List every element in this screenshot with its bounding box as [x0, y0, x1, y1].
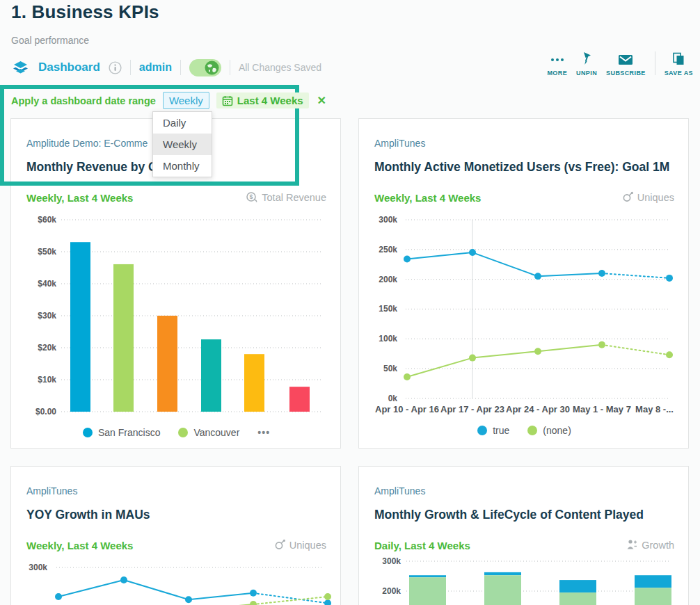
chart-card-content-played: AmpliTunes Monthly Growth & LifeCycle of… — [358, 466, 689, 605]
card-title-link[interactable]: Monthly Revenue by Cit — [26, 160, 164, 175]
save-status: All Changes Saved — [239, 62, 321, 73]
calendar-icon — [222, 95, 233, 106]
legend-label: San Francisco — [98, 427, 160, 438]
svg-text:250k: 250k — [379, 245, 397, 255]
card-source: AmpliTunes — [374, 485, 425, 497]
date-range-label: Apply a dashboard date range — [11, 95, 156, 106]
dropdown-option-daily[interactable]: Daily — [153, 112, 212, 134]
chart-card-yoy-growth: AmpliTunes YOY Growth in MAUs Weekly, La… — [10, 466, 341, 605]
legend-item-san-francisco[interactable]: San Francisco — [83, 427, 160, 438]
metric-label: Uniques — [289, 540, 326, 551]
svg-text:Apr 17 - Apr 23: Apr 17 - Apr 23 — [440, 404, 504, 414]
chart-legend: San FranciscoVancouver••• — [11, 427, 341, 438]
legend-dot — [83, 428, 93, 437]
svg-text:$50k: $50k — [38, 247, 56, 257]
svg-text:$30k: $30k — [38, 311, 56, 321]
layers-icon — [11, 59, 30, 76]
svg-text:300k: 300k — [379, 215, 397, 225]
legend-dot — [178, 428, 188, 437]
subscribe-label: SUBSCRIBE — [606, 70, 646, 76]
svg-text:0k: 0k — [388, 394, 398, 403]
card-title-link[interactable]: YOY Growth in MAUs — [26, 508, 150, 522]
svg-text:Apr 10 - Apr 16: Apr 10 - Apr 16 — [375, 404, 439, 414]
card-title-link[interactable]: Monthly Growth & LifeCycle of Content Pl… — [374, 508, 644, 522]
legend-item-vancouver[interactable]: Vancouver — [178, 427, 239, 438]
card-period: Weekly, Last 4 Weeks — [26, 192, 133, 204]
date-range-bar: Apply a dashboard date range Weekly Last… — [11, 91, 326, 110]
card-period: Daily, Last 4 Weeks — [374, 540, 470, 551]
svg-text:May 1 - May 7: May 1 - May 7 — [573, 404, 631, 414]
globe-icon — [205, 60, 219, 75]
growth-person-icon — [626, 539, 638, 551]
unpin-button[interactable]: UNPIN — [576, 51, 597, 76]
copy-pages-icon — [671, 52, 685, 67]
svg-text:$40k: $40k — [38, 279, 56, 289]
card-source: AmpliTunes — [374, 138, 425, 149]
svg-text:50k: 50k — [383, 364, 397, 373]
chart-legend: true(none) — [359, 425, 689, 436]
divider — [130, 60, 131, 75]
page-subtitle: Goal performance — [11, 35, 89, 46]
card-source: AmpliTunes — [26, 485, 77, 497]
date-range-button[interactable]: Last 4 Weeks — [216, 92, 309, 108]
subscribe-button[interactable]: SUBSCRIBE — [606, 53, 646, 76]
card-source: Amplitude Demo: E-Comme — [26, 138, 148, 149]
toolbar-divider — [655, 51, 655, 75]
card-title-link[interactable]: Monthly Active Monetized Users (vs Free)… — [374, 160, 669, 175]
close-icon[interactable]: ✕ — [317, 94, 326, 107]
uniques-icon — [622, 191, 634, 203]
legend-label: true — [493, 425, 509, 436]
legend-label: Vancouver — [193, 427, 239, 438]
card-period: Weekly, Last 4 Weeks — [26, 540, 133, 551]
divider — [230, 60, 230, 75]
line-chart[interactable]: 300k250k200k150k100k50k0kApr 10 - Apr 16… — [359, 209, 689, 421]
chart-card-monetized-users: AmpliTunes Monthly Active Monetized User… — [358, 118, 689, 449]
metric-label: Total Revenue — [262, 192, 326, 203]
save-as-button[interactable]: SAVE AS — [665, 52, 693, 76]
svg-text:$10k: $10k — [38, 375, 56, 385]
svg-text:May 8 -...: May 8 -... — [635, 404, 674, 414]
interval-dropdown-menu: DailyWeeklyMonthly — [152, 111, 212, 177]
more-button[interactable]: MORE — [547, 53, 567, 76]
dashboard-toolbar: MORE UNPIN SUBSCRIBE SAVE AS — [547, 51, 693, 76]
card-metric: Uniques — [622, 191, 674, 203]
metric-label: Uniques — [637, 192, 674, 203]
dashboard-meta-row: Dashboard admin All Changes Saved — [11, 57, 321, 78]
public-toggle[interactable] — [189, 59, 221, 76]
card-metric: $ Total Revenue — [246, 191, 326, 203]
svg-text:150k: 150k — [379, 304, 397, 314]
envelope-icon — [617, 53, 634, 67]
svg-text:$20k: $20k — [38, 343, 56, 353]
dashboard-label: Dashboard — [38, 60, 100, 74]
dropdown-option-monthly[interactable]: Monthly — [153, 155, 212, 177]
line-chart[interactable]: 300k — [11, 557, 341, 605]
revenue-coin-icon: $ — [246, 191, 258, 203]
legend-dot — [527, 426, 537, 435]
pin-icon — [580, 51, 593, 67]
svg-text:$: $ — [250, 193, 253, 200]
svg-text:100k: 100k — [379, 334, 397, 344]
save-as-label: SAVE AS — [665, 70, 693, 76]
stacked-bar-chart[interactable]: 300k200k — [359, 557, 689, 605]
svg-text:200k: 200k — [382, 586, 401, 596]
svg-text:300k: 300k — [382, 557, 401, 566]
svg-text:300k: 300k — [29, 563, 47, 572]
card-period: Weekly, Last 4 Weeks — [374, 192, 481, 204]
legend-item--none-[interactable]: (none) — [527, 425, 571, 436]
admin-link[interactable]: admin — [139, 61, 172, 74]
card-metric: Uniques — [274, 539, 326, 551]
legend-dot — [477, 426, 487, 435]
ellipsis-icon — [549, 53, 566, 67]
bar-chart[interactable]: $60k$50k$40k$30k$20k$10k$0.00 — [11, 209, 341, 425]
info-icon[interactable] — [109, 61, 122, 74]
svg-text:$60k: $60k — [38, 215, 56, 225]
dropdown-option-weekly[interactable]: Weekly — [153, 134, 212, 155]
svg-text:Apr 24 - Apr 30: Apr 24 - Apr 30 — [506, 404, 570, 414]
legend-more-button[interactable]: ••• — [257, 427, 270, 438]
legend-item-true[interactable]: true — [477, 425, 509, 436]
metric-label: Growth — [642, 540, 674, 551]
interval-dropdown-button[interactable]: Weekly — [163, 92, 209, 109]
legend-label: (none) — [543, 425, 571, 436]
svg-text:200k: 200k — [379, 275, 397, 284]
page-title: 1. Business KPIs — [11, 1, 159, 23]
